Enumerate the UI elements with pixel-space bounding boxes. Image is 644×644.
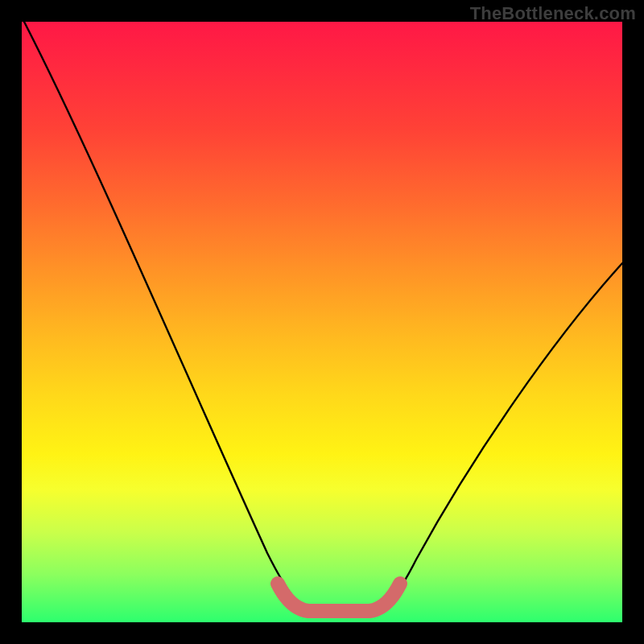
plot-area xyxy=(22,22,622,622)
chart-frame: TheBottleneck.com xyxy=(0,0,644,644)
bottleneck-curve xyxy=(22,22,622,622)
optimal-range-marker xyxy=(278,584,400,611)
watermark-text: TheBottleneck.com xyxy=(470,3,636,24)
curve-path xyxy=(24,22,622,610)
